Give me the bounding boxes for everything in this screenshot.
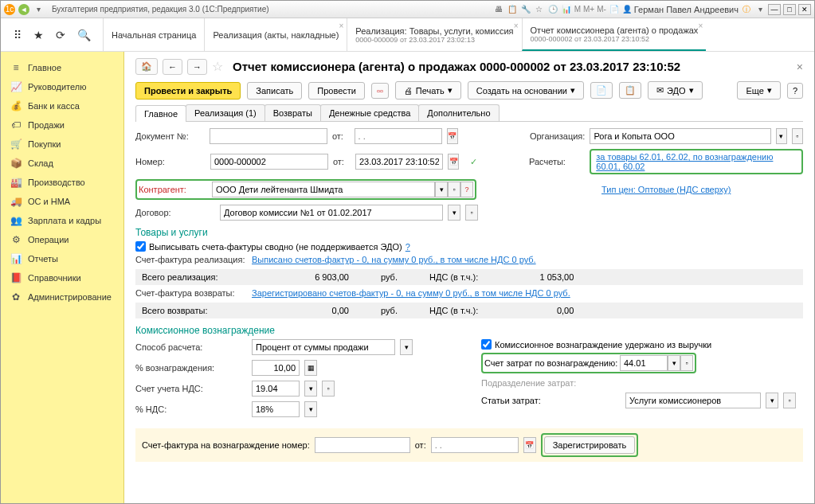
user-label[interactable]: 👤 Герман Павел Андреевич	[622, 5, 739, 14]
calc-link[interactable]: за товары 62.01, 62.02, по вознаграждени…	[590, 149, 803, 174]
favorite-icon[interactable]: ☆	[212, 59, 223, 74]
calc-button[interactable]: ▦	[304, 360, 317, 376]
edo-button[interactable]: ✉ ЭДО ▾	[648, 81, 703, 100]
save-button[interactable]: Записать	[247, 82, 302, 100]
tab-2[interactable]: Реализация: Товары, услуги, комиссия0000…	[347, 18, 521, 51]
dropdown-icon[interactable]: ▾	[754, 4, 766, 15]
doc-num-input[interactable]	[210, 128, 327, 144]
select-button[interactable]: ▾	[435, 182, 448, 197]
post-and-close-button[interactable]: Провести и закрыть	[135, 82, 241, 100]
calendar-icon[interactable]: 📅	[448, 154, 459, 170]
open-button[interactable]: ▫	[783, 393, 796, 408]
open-button[interactable]: ▫	[792, 128, 803, 144]
tab-1[interactable]: Реализация (акты, накладные)×	[204, 18, 347, 51]
method-input[interactable]	[252, 339, 395, 355]
number-input[interactable]	[210, 154, 328, 170]
page-close-icon[interactable]: ×	[797, 61, 803, 73]
sidebar-item-5[interactable]: 📦Склад	[1, 154, 123, 173]
subtab-4[interactable]: Дополнительно	[418, 104, 499, 121]
subtab-1[interactable]: Реализация (1)	[186, 104, 265, 121]
invoice-ret-link[interactable]: Зарегистрировано счетов-фактур - 0, на с…	[252, 288, 570, 298]
open-button[interactable]: ▫	[465, 205, 478, 221]
select-button[interactable]: ▾	[304, 381, 317, 397]
help-link[interactable]: ?	[406, 242, 410, 252]
select-button[interactable]: ▾	[766, 393, 778, 408]
subtab-0[interactable]: Главное	[135, 105, 186, 122]
tab-0[interactable]: Начальная страница	[103, 18, 204, 51]
calendar-icon[interactable]: 📅	[447, 128, 458, 144]
tab-close-icon[interactable]: ×	[699, 21, 703, 30]
toolbar-icon[interactable]: 🔧	[520, 4, 531, 15]
invoice-real-link[interactable]: Выписано счетов-фактур - 0, на сумму 0 р…	[252, 255, 536, 264]
invoice-date-input[interactable]	[431, 437, 519, 453]
register-button[interactable]: Зарегистрировать	[544, 436, 636, 454]
forward-button[interactable]: →	[187, 59, 207, 75]
toolbar-icon[interactable]: 🕒	[547, 4, 558, 15]
percent-input[interactable]	[252, 360, 300, 376]
post-button[interactable]: Провести	[308, 82, 365, 100]
calc-mminus[interactable]: M-	[597, 5, 606, 14]
invoice-number-input[interactable]	[315, 437, 410, 453]
sidebar-item-7[interactable]: 🚚ОС и НМА	[1, 192, 123, 211]
withheld-checkbox[interactable]	[481, 339, 492, 350]
cost-item-input[interactable]	[625, 393, 761, 408]
select-button[interactable]: ▾	[668, 355, 680, 371]
sidebar-item-0[interactable]: ≡Главное	[1, 58, 123, 77]
sidebar-item-9[interactable]: ⚙Операции	[1, 230, 123, 249]
subtab-3[interactable]: Денежные средства	[320, 104, 419, 121]
tab-close-icon[interactable]: ×	[514, 21, 519, 30]
sidebar-item-2[interactable]: 💰Банк и касса	[1, 96, 123, 115]
sidebar-item-11[interactable]: 📕Справочники	[1, 268, 123, 287]
close-button[interactable]: ✕	[798, 4, 811, 15]
sidebar-item-8[interactable]: 👥Зарплата и кадры	[1, 211, 123, 230]
price-type-link[interactable]: Тип цен: Оптовые (НДС сверху)	[601, 185, 731, 194]
select-button[interactable]: ▾	[304, 401, 317, 417]
open-button[interactable]: ▫	[680, 355, 693, 371]
vat-acc-input[interactable]	[252, 381, 300, 397]
counterparty-input[interactable]	[212, 182, 435, 197]
minimize-button[interactable]: —	[768, 4, 781, 15]
sidebar-item-6[interactable]: 🏭Производство	[1, 173, 123, 192]
tab-3[interactable]: Отчет комиссионера (агента) о продажах00…	[522, 18, 707, 51]
org-input[interactable]	[590, 128, 770, 144]
history-icon[interactable]: ⟳	[56, 29, 65, 41]
help-button[interactable]: ?	[460, 182, 473, 197]
toolbar-icon[interactable]: 🖶	[493, 4, 504, 15]
info-icon[interactable]: ⓘ	[741, 4, 752, 15]
toolbar-icon[interactable]: 📋	[507, 4, 518, 15]
select-button[interactable]: ▾	[400, 339, 413, 355]
toolbar-icon[interactable]: ☆	[534, 4, 545, 15]
print-button[interactable]: 🖨 Печать ▾	[395, 81, 461, 100]
sidebar-item-3[interactable]: 🏷Продажи	[1, 115, 123, 135]
datetime-input[interactable]	[355, 154, 443, 170]
tab-close-icon[interactable]: ×	[339, 21, 343, 30]
open-button[interactable]: ▫	[448, 182, 460, 197]
doc-date-input[interactable]	[355, 128, 442, 144]
calc-m[interactable]: M	[574, 5, 581, 14]
home-button[interactable]: 🏠	[135, 58, 158, 75]
maximize-button[interactable]: □	[783, 4, 796, 15]
star-icon[interactable]: ★	[33, 29, 44, 41]
select-button[interactable]: ▾	[448, 205, 460, 221]
sidebar-item-12[interactable]: ✿Администрирование	[1, 287, 123, 307]
help-button[interactable]: ?	[787, 83, 803, 99]
vat-rate-input[interactable]	[252, 401, 300, 417]
calendar-icon[interactable]: 📅	[523, 437, 536, 453]
open-button[interactable]: ▫	[322, 381, 335, 397]
toolbar-icon[interactable]: 📊	[561, 4, 572, 15]
nav-back-icon[interactable]: ◄	[18, 4, 29, 15]
subtab-2[interactable]: Возвраты	[264, 104, 321, 121]
calc-mplus[interactable]: M+	[583, 5, 594, 14]
movements-button[interactable]: ▫▫	[371, 83, 389, 99]
sidebar-item-10[interactable]: 📊Отчеты	[1, 249, 123, 268]
contract-input[interactable]	[220, 205, 443, 221]
summary-invoice-checkbox[interactable]	[135, 241, 146, 252]
back-button[interactable]: ←	[163, 59, 182, 75]
sidebar-item-4[interactable]: 🛒Покупки	[1, 135, 123, 154]
sidebar-item-1[interactable]: 📈Руководителю	[1, 77, 123, 96]
select-button[interactable]: ▾	[776, 128, 787, 144]
dropdown-icon[interactable]: ▾	[33, 4, 44, 15]
toolbar-icon[interactable]: 📄	[609, 4, 620, 15]
create-based-button[interactable]: Создать на основании ▾	[468, 81, 584, 100]
search-icon[interactable]: 🔍	[77, 29, 91, 41]
